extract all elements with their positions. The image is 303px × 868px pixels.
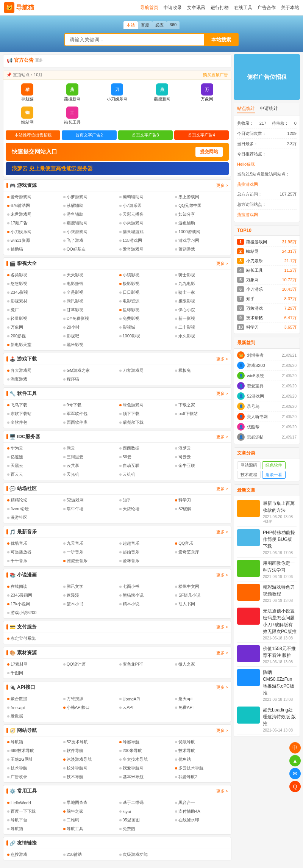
link-item[interactable]: 万象网 (6, 323, 61, 331)
link-item[interactable]: 天黑云 (6, 462, 61, 470)
link-item[interactable]: 精精论坛 (6, 496, 61, 504)
link-item[interactable]: 飞鸟下载 (6, 401, 61, 409)
link-item[interactable]: kiyui (118, 807, 173, 815)
link-item[interactable]: 115游戏网 (118, 237, 173, 244)
article-title[interactable]: 最新市集上百萬收款的方法 (263, 500, 297, 514)
link-item[interactable]: 200影视 (6, 332, 61, 340)
banner-submit-btn[interactable]: 提交网站 (195, 147, 223, 157)
link-item[interactable]: 2345影视 (6, 288, 61, 296)
cat-tag[interactable]: 趣谈一看 (262, 471, 286, 479)
pay-more[interactable]: 更多 > (216, 624, 228, 630)
link-item[interactable]: 基于二维码 (118, 799, 173, 807)
web-nav-more[interactable]: 更多 > (216, 728, 228, 733)
link-item[interactable]: 广告收录 (6, 773, 61, 781)
link-item[interactable]: fivem论坛 (6, 505, 61, 513)
link-item[interactable]: 导航工具 (62, 825, 117, 833)
site-item[interactable]: 刀 小刀娱乐网 (95, 82, 139, 103)
link-item[interactable]: 赤定宝付系统 (6, 635, 61, 642)
top10-item-4[interactable]: 4 站长工具 11.2万 (237, 266, 297, 275)
link-item[interactable]: 起始音乐 (118, 548, 173, 556)
link-item[interactable]: 52技术导航 (62, 738, 117, 746)
link-item[interactable]: 2345漫画网 (6, 591, 61, 599)
float-up-btn[interactable]: ▲ (289, 755, 301, 766)
top10-item-5[interactable]: 5 万象网 10.72万 (237, 275, 297, 285)
link-item[interactable]: 葡萄辅助网 (118, 193, 173, 201)
link-item[interactable]: 浪梦云 (173, 444, 229, 452)
link-item[interactable]: 百云云 (6, 470, 61, 478)
article-title[interactable]: 如光Loading处理这清特效版 版推 (263, 707, 297, 727)
link-item[interactable]: GM游戏之家 (62, 367, 117, 374)
link-item[interactable]: 楼燃中文网 (173, 583, 229, 591)
soft-more[interactable]: 更多 > (216, 391, 228, 396)
link-item[interactable]: 游鱼辅助 (62, 210, 117, 218)
site-item[interactable]: 万 万象网 (185, 82, 229, 103)
link-item[interactable]: 日日影视 (118, 288, 173, 296)
link-item[interactable]: 雅虎云音乐 (62, 557, 117, 565)
search-input[interactable] (64, 33, 204, 46)
site-item[interactable]: 猫 导航猫 (6, 82, 49, 103)
link-item[interactable]: 软件导航 (62, 747, 117, 755)
link-item[interactable]: 668技术导航 (6, 747, 61, 755)
game-more-link[interactable]: 更多 > (216, 183, 228, 188)
link-item[interactable]: 爱奇游戏网 (118, 245, 173, 253)
link-item[interactable]: 17频广告 (6, 219, 61, 227)
site-item[interactable]: 蜘 蜘站网 (6, 105, 49, 127)
novel-more[interactable]: 更多 > (216, 572, 228, 578)
link-item[interactable]: 20小时 (62, 323, 117, 331)
link-item[interactable]: 52破解 (173, 505, 229, 513)
link-item[interactable]: 骑士一家 (173, 288, 229, 296)
movie-more-link[interactable]: 更多 > (216, 261, 228, 266)
link-item[interactable]: QQ设计师 (62, 660, 117, 668)
link-item[interactable]: 导航猫 (6, 825, 61, 833)
link-item[interactable]: 全是影视 (62, 288, 117, 296)
link-item[interactable]: 东软下载站 (6, 410, 61, 418)
link-item[interactable]: 52游戏网 (62, 496, 117, 504)
link-item[interactable]: 小镇影视 (118, 271, 173, 279)
link-item[interactable]: 如知分享 (173, 210, 229, 218)
search-tab-360[interactable]: 360 (167, 21, 180, 29)
link-item[interactable]: 天天影视 (62, 271, 117, 279)
link-item[interactable]: 电影赚钱 (62, 280, 117, 288)
cat-tag[interactable]: 网站源码 (237, 461, 261, 469)
nav-link-submit[interactable]: 申请收录 (164, 3, 182, 13)
link-item[interactable]: 爱咪音乐 (118, 557, 173, 565)
link-item[interactable]: 胡人书网 (173, 600, 229, 608)
link-item[interactable]: 小乘游戏网 (118, 219, 173, 227)
link-item[interactable]: 三阿里云 (62, 453, 117, 461)
link-item[interactable]: 影视吧 (62, 332, 117, 340)
float-qq-btn[interactable]: Q (289, 781, 301, 792)
link-item[interactable]: 基本米导航 (118, 773, 173, 781)
article-title[interactable]: 精彩游戏特色刀视频教程 (263, 584, 297, 597)
link-item[interactable]: 藤果城游戏 (118, 228, 173, 236)
link-item[interactable]: 黑米影视 (62, 341, 117, 349)
link-item[interactable]: 云API (118, 703, 173, 711)
link-item[interactable]: 导燃导航 (118, 738, 173, 746)
link-item[interactable]: 苏醒辅助 (62, 202, 117, 210)
site-item[interactable]: 燕 燕搜新网 (51, 82, 94, 103)
link-item[interactable]: 轻量影视 (6, 315, 61, 323)
link-item[interactable]: 军军软件包 (62, 410, 117, 418)
link-item[interactable]: 西西数据 (118, 444, 173, 452)
link-item[interactable]: 墨上游戏网 (173, 193, 229, 201)
link-item[interactable]: 210辅助 (62, 851, 117, 859)
link-item[interactable]: 百度一下下载 (6, 807, 61, 815)
link-item[interactable]: 技术导航 (62, 773, 117, 781)
link-item[interactable]: 王魅2G网址 (6, 755, 61, 763)
link-item[interactable]: 1000游戏网 (173, 228, 229, 236)
link-item[interactable]: 优酷音乐 (6, 539, 61, 547)
top10-item-3[interactable]: 3 小刀娱乐 21.1万 (237, 256, 297, 266)
article-title[interactable]: 价值1558元不推荐不看注 版推 (263, 645, 297, 659)
link-item[interactable]: 皇太技术导航 (118, 755, 173, 763)
link-item[interactable]: 漫游社区 (6, 514, 61, 522)
nav-link-home[interactable]: 导航首页 (140, 3, 158, 13)
promo-btn-1[interactable]: 本站推荐位出售招租 (6, 130, 60, 140)
link-item[interactable]: 校外导航网 (62, 764, 117, 772)
link-item[interactable]: 腾云 (62, 444, 117, 452)
link-item[interactable]: 极限影视 (173, 297, 229, 305)
article-title[interactable]: 用图画教你定一种方法学习 (263, 560, 297, 573)
article-title[interactable]: 无法通信小设置密码是怎么问题 小刀7破解版有效无限次PC版推 (263, 608, 297, 635)
link-item[interactable]: 次级游戏功能 (118, 851, 173, 859)
link-item[interactable]: 新一影视 (173, 315, 229, 323)
logo[interactable]: 🐱 导航猫 (4, 2, 34, 13)
link-item[interactable]: QQ好基友 (62, 245, 117, 253)
